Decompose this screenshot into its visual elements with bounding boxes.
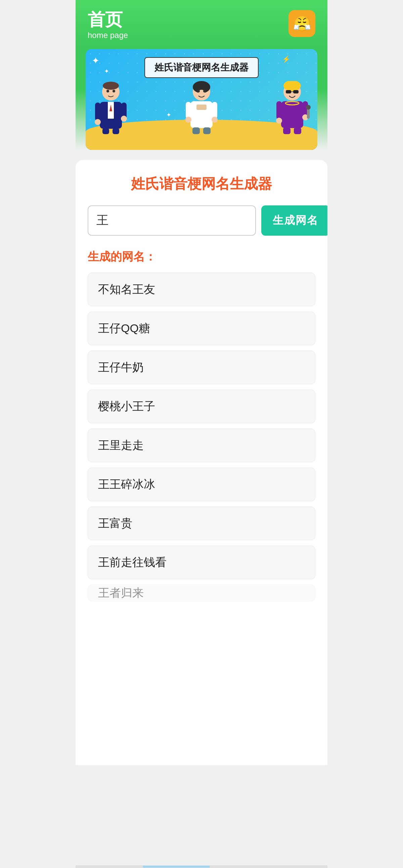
svg-rect-19 — [212, 102, 217, 119]
svg-point-20 — [186, 117, 192, 123]
input-row: 生成网名 — [88, 206, 315, 236]
sparkle-icon-4: ✦ — [166, 111, 171, 119]
results-label: 生成的网名： — [88, 249, 315, 265]
svg-point-25 — [203, 90, 206, 92]
svg-point-35 — [276, 118, 282, 124]
character-left — [92, 81, 129, 140]
svg-point-11 — [106, 90, 109, 92]
banner[interactable]: 姓氏谐音梗网名生成器 ✦ ✦ ⚡ ✦ ✦ — [86, 49, 317, 150]
svg-point-1 — [103, 82, 119, 90]
avatar[interactable]: 😤 — [289, 10, 315, 37]
list-item[interactable]: 樱桃小王子 — [88, 390, 315, 423]
svg-rect-22 — [193, 127, 200, 134]
svg-point-38 — [306, 105, 311, 110]
svg-rect-9 — [102, 128, 109, 134]
svg-rect-17 — [197, 104, 206, 110]
sparkle-icon-2: ✦ — [104, 68, 109, 75]
svg-rect-39 — [283, 127, 291, 134]
header: 首页 home page 😤 — [75, 0, 328, 49]
page-title: 首页 — [88, 10, 128, 29]
page-subtitle: home page — [88, 31, 128, 40]
list-item[interactable]: 王仔QQ糖 — [88, 312, 315, 345]
list-item[interactable]: 不知名王友 — [88, 273, 315, 306]
svg-point-12 — [112, 90, 115, 92]
svg-rect-5 — [95, 102, 100, 121]
list-item[interactable]: 王仔牛奶 — [88, 351, 315, 384]
svg-point-21 — [211, 117, 217, 123]
main-card: 姓氏谐音梗网名生成器 生成网名 生成的网名： 不知名王友 王仔QQ糖 王仔牛奶 … — [75, 160, 328, 765]
main-page-title: 姓氏谐音梗网名生成器 — [88, 175, 315, 193]
svg-rect-40 — [294, 127, 301, 134]
character-right — [274, 81, 311, 140]
svg-rect-29 — [293, 90, 299, 93]
list-item[interactable]: 王里走走 — [88, 429, 315, 462]
svg-rect-28 — [286, 90, 291, 93]
header-title-group: 首页 home page — [88, 10, 128, 40]
generate-button[interactable]: 生成网名 — [261, 206, 328, 236]
surname-input[interactable] — [88, 206, 256, 236]
list-item[interactable]: 王前走往钱看 — [88, 546, 315, 579]
list-item[interactable]: 王者归来 — [88, 585, 315, 601]
names-list: 不知名王友 王仔QQ糖 王仔牛奶 樱桃小王子 王里走走 王王碎冰冰 王富贵 王前… — [88, 273, 315, 601]
svg-point-8 — [121, 116, 127, 122]
horizontal-scrollbar[interactable] — [75, 865, 328, 868]
list-item[interactable]: 王王碎冰冰 — [88, 468, 315, 501]
svg-rect-33 — [276, 101, 282, 120]
scrollbar-thumb — [143, 866, 210, 868]
character-center — [183, 81, 220, 140]
svg-point-7 — [95, 119, 101, 125]
svg-rect-10 — [112, 128, 119, 134]
list-item[interactable]: 王富贵 — [88, 506, 315, 540]
banner-title: 姓氏谐音梗网名生成器 — [144, 57, 259, 78]
lightning-icon-1: ⚡ — [282, 55, 291, 63]
sparkle-icon-1: ✦ — [92, 55, 99, 66]
avatar-emoji: 😤 — [293, 15, 311, 32]
svg-point-24 — [197, 90, 200, 92]
banner-container: 姓氏谐音梗网名生成器 ✦ ✦ ⚡ ✦ ✦ — [75, 49, 328, 150]
svg-rect-23 — [203, 127, 210, 134]
svg-rect-18 — [186, 102, 191, 119]
